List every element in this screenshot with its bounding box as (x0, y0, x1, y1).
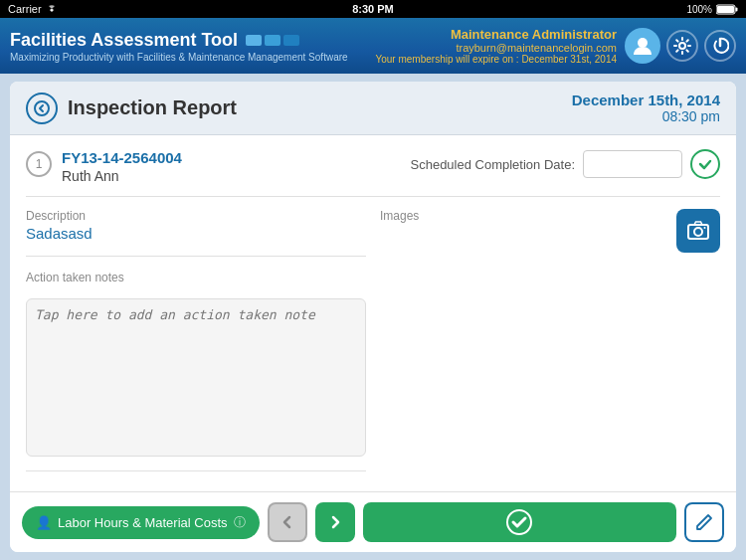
wifi-icon (46, 4, 58, 14)
item-assignee: Ruth Ann (62, 168, 401, 184)
completion-label: Scheduled Completion Date: (411, 157, 576, 172)
camera-button[interactable] (676, 209, 720, 253)
left-column: Description Sadasasd Action taken notes (26, 209, 366, 477)
action-notes-textarea[interactable] (26, 298, 366, 457)
labor-icon: 👤 (36, 515, 52, 530)
two-column-area: Description Sadasasd Action taken notes … (26, 209, 720, 477)
back-arrow-icon (34, 100, 50, 116)
status-bar-left: Carrier (8, 3, 58, 15)
card-body: 1 FY13-14-2564004 Ruth Ann Scheduled Com… (10, 135, 736, 491)
header-left: Facilities Assessment Tool Maximizing Pr… (10, 30, 348, 63)
camera-icon (687, 221, 709, 241)
back-button[interactable] (26, 93, 58, 124)
report-date: December 15th, 2014 (572, 92, 720, 108)
images-label: Images (380, 209, 419, 223)
header-icons (625, 28, 736, 64)
header-subtitle: Maximizing Productivity with Facilities … (10, 52, 348, 63)
prev-button[interactable] (268, 502, 307, 542)
svg-rect-2 (717, 6, 734, 13)
avatar-icon (632, 35, 653, 57)
logo-block-3 (283, 35, 299, 46)
labor-info-icon: ⓘ (234, 514, 246, 531)
svg-point-7 (694, 228, 702, 236)
check-icon (697, 156, 713, 172)
description-section: Description Sadasasd (26, 209, 366, 242)
app-header: Facilities Assessment Tool Maximizing Pr… (0, 18, 746, 74)
user-expiry: Your membership will expire on : Decembe… (375, 54, 617, 65)
completion-check[interactable] (690, 149, 720, 179)
app-title: Facilities Assessment Tool (10, 30, 238, 51)
item-id: FY13-14-2564004 (62, 149, 401, 166)
user-avatar (625, 28, 660, 64)
labor-costs-button[interactable]: 👤 Labor Hours & Material Costs ⓘ (22, 506, 260, 539)
complete-button[interactable] (363, 502, 676, 542)
gear-icon (673, 37, 691, 55)
item-info: FY13-14-2564004 Ruth Ann (62, 149, 401, 184)
description-value: Sadasasd (26, 225, 366, 242)
edit-pencil-icon (695, 513, 713, 531)
next-arrow-icon (328, 515, 342, 529)
user-name: Maintenance Administrator (375, 27, 617, 42)
report-card: Inspection Report December 15th, 2014 08… (10, 82, 736, 552)
battery-label: 100% (686, 4, 712, 15)
edit-button[interactable] (684, 502, 724, 542)
inspection-row: 1 FY13-14-2564004 Ruth Ann Scheduled Com… (26, 149, 720, 197)
svg-point-3 (638, 38, 648, 48)
svg-point-8 (704, 227, 706, 229)
prev-arrow-icon (280, 515, 294, 529)
labor-label: Labor Hours & Material Costs (58, 515, 228, 530)
logo-block-1 (246, 35, 262, 46)
item-number: 1 (26, 151, 52, 177)
power-button[interactable] (704, 30, 736, 62)
settings-button[interactable] (666, 30, 698, 62)
completion-area: Scheduled Completion Date: (411, 149, 721, 179)
completion-date-input[interactable] (583, 150, 682, 178)
description-label: Description (26, 209, 366, 223)
status-bar-time: 8:30 PM (352, 3, 394, 15)
logo-block-2 (265, 35, 280, 46)
user-info: Maintenance Administrator trayburn@maint… (375, 27, 617, 65)
header-right: Maintenance Administrator trayburn@maint… (375, 27, 736, 65)
status-bar: Carrier 8:30 PM 100% (0, 0, 746, 18)
carrier-label: Carrier (8, 3, 42, 15)
right-column: Images (380, 209, 720, 477)
power-icon (711, 37, 729, 55)
complete-check-icon (505, 508, 533, 536)
next-button[interactable] (315, 502, 355, 542)
user-email: trayburn@maintenancelogin.com (375, 42, 617, 54)
action-divider (26, 470, 366, 471)
main-area: Inspection Report December 15th, 2014 08… (0, 74, 746, 560)
card-header-left: Inspection Report (26, 93, 237, 124)
report-time: 08:30 pm (572, 108, 720, 124)
logo-blocks (246, 35, 299, 46)
description-divider (26, 256, 366, 257)
card-footer: 👤 Labor Hours & Material Costs ⓘ (10, 491, 736, 552)
header-title-row: Facilities Assessment Tool (10, 30, 348, 51)
card-header-right: December 15th, 2014 08:30 pm (572, 92, 720, 124)
svg-point-4 (679, 43, 685, 49)
card-header: Inspection Report December 15th, 2014 08… (10, 82, 736, 135)
svg-rect-1 (736, 7, 738, 11)
page-title: Inspection Report (68, 96, 237, 119)
status-bar-right: 100% (686, 4, 738, 15)
action-notes-label: Action taken notes (26, 271, 366, 284)
battery-icon (716, 4, 738, 15)
svg-point-5 (35, 101, 49, 115)
